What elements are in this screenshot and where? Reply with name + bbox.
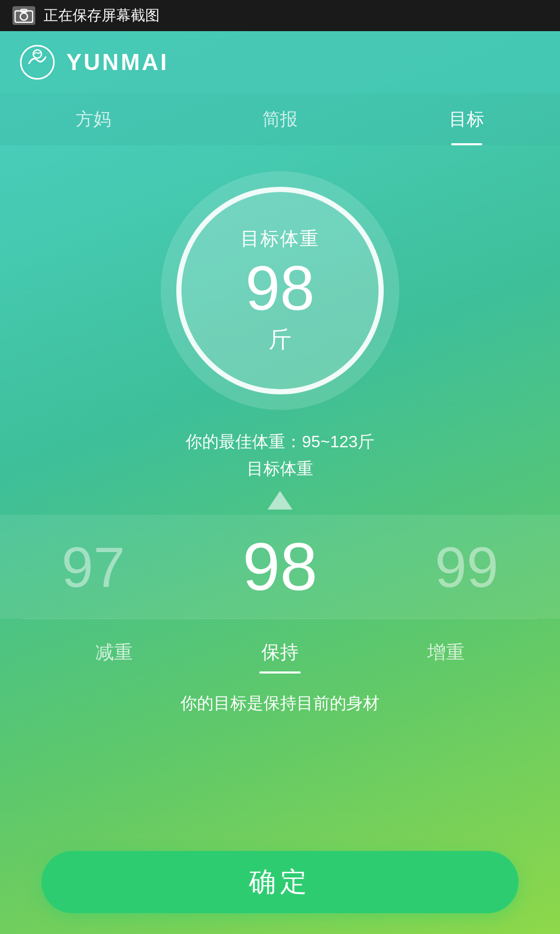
weight-circle-outer: 目标体重 98 斤 bbox=[161, 171, 399, 410]
logo-text: YUNMAI bbox=[66, 49, 169, 75]
number-scroll[interactable]: 97 98 99 bbox=[0, 515, 560, 619]
best-weight-text: 你的最佳体重：95~123斤 bbox=[186, 431, 374, 454]
svg-point-3 bbox=[21, 46, 54, 79]
goal-weight-label: 目标体重 bbox=[247, 458, 313, 480]
weight-circle-container: 目标体重 98 斤 bbox=[161, 171, 399, 410]
app-container: YUNMAI 方妈 简报 目标 目标体重 98 斤 bbox=[0, 31, 560, 934]
circle-unit: 斤 bbox=[269, 324, 291, 355]
main-tabs: 方妈 简报 目标 bbox=[0, 93, 560, 145]
svg-point-1 bbox=[20, 13, 27, 20]
scroll-current: 98 bbox=[187, 528, 373, 606]
arrow-up-indicator bbox=[268, 491, 292, 510]
app-header: YUNMAI bbox=[0, 31, 560, 93]
goal-tabs: 减重 保持 增重 bbox=[0, 629, 560, 674]
goal-tab-lose[interactable]: 减重 bbox=[31, 640, 197, 674]
best-weight-info: 你的最佳体重：95~123斤 目标体重 bbox=[186, 431, 374, 480]
scroll-prev: 97 bbox=[0, 534, 187, 600]
circle-value: 98 bbox=[245, 257, 314, 319]
screenshot-icon bbox=[12, 6, 35, 25]
yunmai-logo-icon bbox=[19, 44, 56, 81]
status-bar: 正在保存屏幕截图 bbox=[0, 0, 560, 31]
confirm-button[interactable]: 确定 bbox=[41, 851, 519, 913]
tab-jianbao[interactable]: 简报 bbox=[187, 93, 373, 145]
confirm-button-label: 确定 bbox=[249, 864, 311, 900]
confirm-btn-container: 确定 bbox=[0, 830, 560, 934]
status-bar-text: 正在保存屏幕截图 bbox=[44, 6, 160, 25]
circle-label: 目标体重 bbox=[241, 226, 319, 252]
weight-circle-inner: 目标体重 98 斤 bbox=[176, 187, 384, 394]
goal-tab-gain[interactable]: 增重 bbox=[363, 640, 529, 674]
main-content: 目标体重 98 斤 你的最佳体重：95~123斤 目标体重 97 98 99 减… bbox=[0, 145, 560, 934]
separator bbox=[22, 619, 538, 619]
goal-tab-maintain[interactable]: 保持 bbox=[197, 640, 363, 674]
tab-mubiao[interactable]: 目标 bbox=[373, 93, 560, 145]
goal-description: 你的目标是保持目前的身材 bbox=[180, 692, 380, 715]
scroll-next: 99 bbox=[373, 534, 560, 600]
tab-fangma[interactable]: 方妈 bbox=[0, 93, 187, 145]
